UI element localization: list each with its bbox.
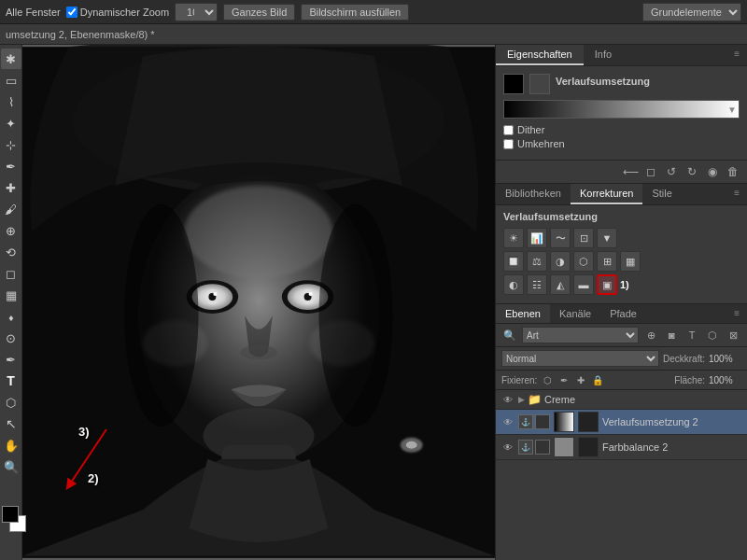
dynamischer-zoom-check[interactable] [66, 7, 78, 18]
ebenen-collapse[interactable]: ≡ [726, 304, 747, 323]
layer-text-icon[interactable]: T [684, 327, 700, 343]
curves-icon[interactable]: 〜 [550, 228, 571, 248]
dynamischer-zoom-checkbox[interactable]: Dynamischer Zoom [66, 7, 169, 18]
layer-eye-creme[interactable]: 👁 [501, 393, 514, 406]
gradient-map-icon[interactable]: ▬ [573, 274, 594, 295]
brightness-icon[interactable]: ☀ [503, 228, 524, 248]
photofilter-icon[interactable]: ⬡ [573, 251, 594, 272]
tab-kanaele[interactable]: Kanäle [550, 304, 600, 323]
tab-pfade[interactable]: Pfade [600, 304, 646, 323]
panel-collapse-btn[interactable]: ≡ [726, 45, 747, 65]
layer-row-verlaufsumsetzung2[interactable]: 👁 ⚓ Verlaufsumsetzung 2 [496, 410, 747, 435]
colortable-icon[interactable]: ▦ [620, 251, 641, 272]
redo-icon[interactable]: ↻ [684, 163, 700, 180]
korrekturen-title: Verlaufsumsetzung [503, 211, 740, 222]
lasso-tool[interactable]: ⌇ [1, 91, 21, 112]
svg-point-19 [318, 204, 392, 427]
layer-mask-small [529, 74, 550, 94]
type-tool[interactable]: T [1, 371, 21, 391]
huesaturation-icon[interactable]: 🔲 [503, 251, 524, 272]
alle-fenster-label: Alle Fenster [6, 7, 61, 18]
blur-tool[interactable]: ⬧ [1, 306, 21, 327]
deckkraft-value[interactable]: 100% [709, 354, 741, 364]
eraser-tool[interactable]: ◻ [1, 263, 21, 284]
layer-adj-icon[interactable]: ⊠ [725, 327, 741, 343]
properties-title: Verlaufsumsetzung [556, 76, 650, 87]
layer-color-icon[interactable]: ◙ [663, 327, 680, 343]
layer-shape-icon[interactable]: ⬡ [704, 327, 721, 343]
layer-row-farbbalance2[interactable]: 👁 ⚓ Farbbalance 2 [496, 435, 747, 460]
fix-all-icon[interactable]: 🔒 [591, 373, 604, 386]
layer-group-creme[interactable]: 👁 ▶ 📁 Creme [496, 390, 747, 410]
selective-color-icon[interactable]: ▣ [597, 274, 617, 295]
tab-ebenen[interactable]: Ebenen [496, 304, 550, 323]
grundelemente-select[interactable]: Grundelemente [642, 3, 741, 21]
korrekturen-row-2: 🔲 ⚖ ◑ ⬡ ⊞ ▦ [503, 251, 740, 272]
arrow-tool[interactable]: ↖ [1, 413, 21, 434]
flaeche-label: Fläche: [674, 375, 705, 385]
vibrance-icon[interactable]: ▼ [597, 228, 617, 248]
bildschirm-button[interactable]: Bildschirm ausfüllen [301, 4, 409, 21]
fix-brush-icon[interactable]: ✒ [557, 373, 571, 386]
dither-checkbox[interactable] [503, 125, 514, 135]
layer-thumb-verlauf2 [554, 412, 574, 432]
blend-mode-select[interactable]: Normal [501, 350, 659, 367]
gradient-preview[interactable]: ▼ [503, 100, 740, 119]
korrekturen-collapse[interactable]: ≡ [726, 184, 747, 204]
posterize-icon[interactable]: ☷ [527, 274, 547, 295]
layer-new-icon[interactable]: ⊕ [642, 327, 659, 343]
flaeche-value[interactable]: 100% [709, 375, 741, 385]
gradient-dropdown-arrow[interactable]: ▼ [727, 105, 737, 115]
threshold-icon[interactable]: ◭ [550, 274, 571, 295]
undo-icon[interactable]: ↺ [663, 163, 680, 180]
umkehren-checkbox[interactable] [503, 139, 514, 149]
tab-stile[interactable]: Stile [642, 184, 681, 204]
channelmixer-icon[interactable]: ⊞ [597, 251, 617, 272]
tab-eigenschaften[interactable]: Eigenschaften [496, 45, 584, 65]
layer-mask-thumb [535, 414, 550, 429]
layer-eye-farb2[interactable]: 👁 [501, 441, 514, 454]
mask-icon[interactable]: ◻ [642, 163, 659, 180]
annotation-arrows [50, 420, 125, 504]
history-tool[interactable]: ⟲ [1, 242, 21, 262]
pen-tool[interactable]: ✒ [1, 349, 21, 370]
tab-info[interactable]: Info [584, 45, 623, 65]
healing-tool[interactable]: ✚ [1, 177, 21, 198]
tab-korrekturen[interactable]: Korrekturen [571, 184, 642, 204]
svg-point-20 [124, 204, 198, 427]
gradient-tool[interactable]: ▦ [1, 285, 21, 305]
adjustment-icon-toolbar: ⟵ ◻ ↺ ↻ ◉ 🗑 [496, 161, 747, 184]
marquee-tool[interactable]: ▭ [1, 70, 21, 91]
search-icon[interactable]: 🔍 [501, 327, 518, 343]
zoom-select[interactable]: 100% [175, 3, 218, 21]
hand-tool[interactable]: ✋ [1, 435, 21, 455]
brush-tool[interactable]: 🖌 [1, 199, 21, 219]
clone-tool[interactable]: ⊕ [1, 220, 21, 241]
layers-list: 👁 ▶ 📁 Creme 👁 ⚓ Verlaufsumsetzung 2 [496, 390, 747, 560]
bw-icon[interactable]: ◑ [550, 251, 571, 272]
move-tool[interactable]: ✱ [1, 49, 21, 69]
wand-tool[interactable]: ✦ [1, 113, 21, 133]
exposure-icon[interactable]: ⊡ [573, 228, 594, 248]
delete-icon[interactable]: 🗑 [725, 163, 741, 180]
ganzes-bild-button[interactable]: Ganzes Bild [223, 4, 295, 21]
fix-move-icon[interactable]: ✚ [574, 373, 587, 386]
fix-pixels-icon[interactable]: ⬡ [541, 373, 554, 386]
crop-tool[interactable]: ⊹ [1, 134, 21, 155]
path-tool[interactable]: ⬡ [1, 392, 21, 413]
zoom-tool[interactable]: 🔍 [1, 456, 21, 477]
foreground-color-swatch[interactable] [2, 506, 19, 523]
visibility-icon[interactable]: ◉ [704, 163, 721, 180]
layer-type-select[interactable]: Art [522, 327, 639, 343]
eyedropper-tool[interactable]: ✒ [1, 156, 21, 176]
group-arrow-creme[interactable]: ▶ [518, 395, 525, 404]
layer-name-farb2: Farbbalance 2 [602, 441, 741, 453]
prev-icon[interactable]: ⟵ [622, 163, 639, 180]
colorbalance-icon[interactable]: ⚖ [527, 251, 547, 272]
dodge-tool[interactable]: ⊙ [1, 328, 21, 348]
invert-icon[interactable]: ◐ [503, 274, 524, 295]
layer-eye-verlauf2[interactable]: 👁 [501, 415, 514, 428]
levels-icon[interactable]: 📊 [527, 228, 547, 248]
right-panel: Eigenschaften Info ≡ Verlaufsumsetzung ▼… [495, 45, 747, 560]
tab-bibliotheken[interactable]: Bibliotheken [496, 184, 571, 204]
